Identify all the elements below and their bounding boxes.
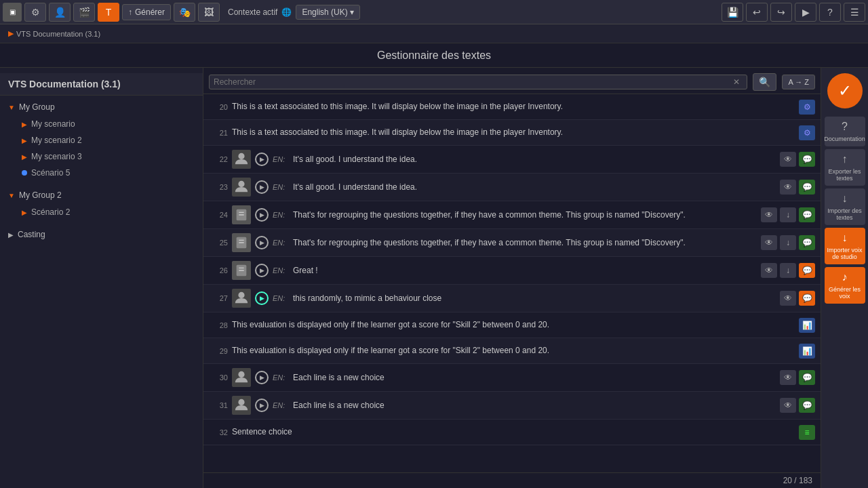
row-text: This evaluation is displayed only if the… xyxy=(232,345,795,357)
download-action-btn[interactable]: ↓ xyxy=(780,235,796,250)
search-clear-icon[interactable]: ✕ xyxy=(733,77,740,87)
undo-btn[interactable]: ↩ xyxy=(746,3,768,22)
eye-action-btn[interactable]: 👁 xyxy=(761,235,777,250)
row-text: This is a text associated to this image.… xyxy=(232,101,795,113)
sidebar-item-scenario5[interactable]: Scénario 5 xyxy=(0,165,203,181)
scene-btn[interactable]: 🎭 xyxy=(174,3,195,22)
row-actions: 👁 💬 xyxy=(780,291,815,306)
text-btn[interactable]: T xyxy=(98,3,119,22)
play-btn[interactable]: ▶ xyxy=(795,3,816,22)
row-lang: EN: xyxy=(273,266,289,274)
row-text: That's for regrouping the questions toge… xyxy=(293,237,757,249)
play-btn[interactable]: ▶ xyxy=(255,371,269,384)
generer-btn[interactable]: ↑ Générer xyxy=(122,4,171,20)
context-select[interactable]: English (UK) ▾ xyxy=(296,5,360,20)
data-table: 20 This is a text associated to this ima… xyxy=(203,94,821,472)
table-row: 25 ▶ EN: That's for regrouping the quest… xyxy=(203,229,821,257)
users-btn[interactable]: 👤 xyxy=(49,3,71,22)
avatar xyxy=(232,205,251,224)
play-btn[interactable]: ▶ xyxy=(255,152,269,166)
item-label: My scenario 2 xyxy=(31,136,82,145)
chat-action-btn[interactable]: 💬 xyxy=(799,235,815,250)
import-voice-label: Importer voix de studio xyxy=(827,247,863,260)
chat-action-btn[interactable]: 💬 xyxy=(799,180,815,195)
documentation-btn[interactable]: ? Documentation xyxy=(825,117,865,146)
search-input-wrap: ✕ xyxy=(209,75,747,89)
eval-action-btn[interactable]: 📊 xyxy=(799,344,815,359)
play-btn[interactable]: ▶ xyxy=(255,399,269,412)
sidebar-item-scenario2[interactable]: ▶ Scénario 2 xyxy=(0,204,203,220)
chat-action-btn[interactable]: 💬 xyxy=(799,370,815,385)
search-input[interactable] xyxy=(214,77,733,87)
row-text: this randomly, to mimic a behaviour clos… xyxy=(293,293,776,304)
sidebar-item-myscenario2[interactable]: ▶ My scenario 2 xyxy=(0,132,203,148)
import-voice-btn[interactable]: ↓ Importer voix de studio xyxy=(825,228,865,264)
item-arrow-icon: ▶ xyxy=(22,153,27,161)
menu-btn[interactable]: ☰ xyxy=(844,3,865,22)
chat-action-btn[interactable]: 💬 xyxy=(799,398,815,413)
eye-action-btn[interactable]: 👁 xyxy=(780,180,796,195)
row-text: This is a text associated to this image.… xyxy=(232,127,795,138)
avatar xyxy=(232,178,251,197)
eye-action-btn[interactable]: 👁 xyxy=(780,152,796,167)
pagination-text: 20 / 183 xyxy=(783,476,812,485)
group-label: My Group 2 xyxy=(19,190,62,200)
redo-btn[interactable]: ↪ xyxy=(770,3,792,22)
play-btn[interactable]: ▶ xyxy=(255,291,269,305)
download-icon: ↓ xyxy=(842,192,848,205)
play-btn[interactable]: ▶ xyxy=(255,180,269,194)
chat-action-btn[interactable]: 💬 xyxy=(799,207,815,222)
sidebar-group-mygroup-header[interactable]: ▼ My Group xyxy=(0,98,203,116)
breadcrumb: ▶ VTS Documentation (3.1) xyxy=(0,24,868,43)
export-label: Exporter les textes xyxy=(827,168,863,182)
eye-action-btn[interactable]: 👁 xyxy=(761,263,777,278)
eye-action-btn[interactable]: 👁 xyxy=(780,370,796,385)
row-number: 26 xyxy=(209,266,228,274)
download-action-btn[interactable]: ↓ xyxy=(780,263,796,278)
sidebar-group-casting-header[interactable]: ▶ Casting xyxy=(0,226,203,243)
media-btn[interactable]: 🎬 xyxy=(73,3,95,22)
confirm-button[interactable]: ✓ xyxy=(827,73,863,108)
item-arrow-icon: ▶ xyxy=(22,137,27,144)
download-action-btn[interactable]: ↓ xyxy=(780,207,796,222)
help-btn[interactable]: ? xyxy=(819,3,841,22)
row-number: 25 xyxy=(209,239,228,247)
export-texts-btn[interactable]: ↑ Exporter les textes xyxy=(825,149,865,186)
save-btn[interactable]: 💾 xyxy=(722,3,743,22)
chat-action-btn[interactable]: 💬 xyxy=(799,152,815,167)
table-row: 22 ▶ EN: It's all good. I understand the… xyxy=(203,146,821,174)
avatar xyxy=(232,233,251,252)
play-btn[interactable]: ▶ xyxy=(255,264,269,277)
eye-action-btn[interactable]: 👁 xyxy=(761,207,777,222)
search-button[interactable]: 🔍 xyxy=(753,73,776,91)
table-row: 31 ▶ EN: Each line is a new choice 👁 💬 xyxy=(203,392,821,420)
row-actions: 👁 ↓ 💬 xyxy=(761,235,815,250)
import-texts-btn[interactable]: ↓ Importer des textes xyxy=(825,188,865,225)
play-btn[interactable]: ▶ xyxy=(255,208,269,222)
settings-action-btn[interactable]: ⚙ xyxy=(799,125,815,140)
eye-action-btn[interactable]: 👁 xyxy=(780,398,796,413)
avatar xyxy=(232,368,251,387)
chat-action-btn[interactable]: 💬 xyxy=(799,291,815,306)
row-number: 21 xyxy=(209,129,228,137)
sort-button[interactable]: A → Z xyxy=(782,75,815,89)
generate-voice-btn[interactable]: ♪ Générer les voix xyxy=(825,267,865,304)
sidebar-group-mygroup2-header[interactable]: ▼ My Group 2 xyxy=(0,186,203,204)
eye-action-btn[interactable]: 👁 xyxy=(780,291,796,306)
row-text: It's all good. I understand the idea. xyxy=(293,182,776,193)
row-lang: EN: xyxy=(273,211,289,219)
sidebar-item-myscenario[interactable]: ▶ My scenario xyxy=(0,116,203,132)
row-actions: 📊 xyxy=(799,318,815,333)
item-label: Scénario 2 xyxy=(31,207,70,217)
chat-action-btn[interactable]: 💬 xyxy=(799,263,815,278)
settings-action-btn[interactable]: ⚙ xyxy=(799,100,815,115)
row-actions: 👁 💬 xyxy=(780,370,815,385)
settings-btn[interactable]: ⚙ xyxy=(24,3,46,22)
eval-action-btn[interactable]: 📊 xyxy=(799,318,815,333)
list-action-btn[interactable]: ≡ xyxy=(799,425,815,440)
content-area: ✕ 🔍 A → Z 20 This is a text associated t… xyxy=(203,68,821,488)
row-number: 20 xyxy=(209,103,228,111)
sidebar-item-myscenario3[interactable]: ▶ My scenario 3 xyxy=(0,148,203,165)
play-btn[interactable]: ▶ xyxy=(255,236,269,249)
photo-btn[interactable]: 🖼 xyxy=(198,3,220,22)
